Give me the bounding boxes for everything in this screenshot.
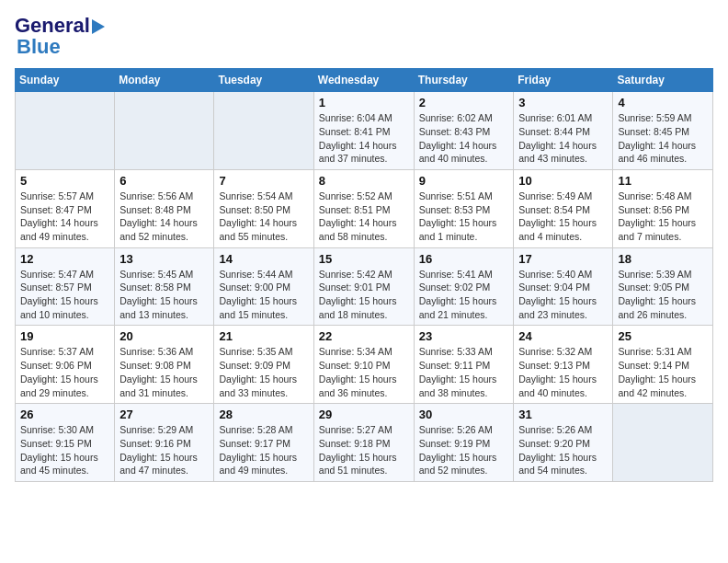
logo: General Blue	[15, 15, 105, 59]
day-number: 12	[20, 252, 109, 266]
calendar-day-cell: 15Sunrise: 5:42 AMSunset: 9:01 PMDayligh…	[313, 247, 414, 326]
day-detail: Sunrise: 5:26 AMSunset: 9:19 PMDaylight:…	[419, 423, 509, 477]
day-number: 19	[20, 329, 109, 343]
day-number: 20	[119, 329, 209, 343]
calendar-week-row: 5Sunrise: 5:57 AMSunset: 8:47 PMDaylight…	[16, 169, 713, 247]
day-number: 3	[518, 96, 608, 109]
day-detail: Sunrise: 5:40 AMSunset: 9:04 PMDaylight:…	[518, 268, 608, 322]
day-detail: Sunrise: 5:57 AMSunset: 8:47 PMDaylight:…	[20, 190, 109, 244]
day-number: 5	[20, 174, 109, 188]
calendar-day-cell: 24Sunrise: 5:32 AMSunset: 9:13 PMDayligh…	[514, 326, 613, 404]
weekday-header-saturday: Saturday	[613, 69, 713, 92]
calendar-day-cell: 10Sunrise: 5:49 AMSunset: 8:54 PMDayligh…	[514, 169, 613, 247]
day-number: 10	[518, 174, 608, 188]
day-detail: Sunrise: 5:41 AMSunset: 9:02 PMDaylight:…	[419, 268, 509, 322]
day-detail: Sunrise: 5:37 AMSunset: 9:06 PMDaylight:…	[20, 345, 109, 399]
day-number: 29	[319, 408, 409, 421]
day-number: 1	[319, 96, 409, 109]
calendar-week-row: 19Sunrise: 5:37 AMSunset: 9:06 PMDayligh…	[16, 326, 713, 404]
calendar-day-cell: 31Sunrise: 5:26 AMSunset: 9:20 PMDayligh…	[514, 404, 613, 482]
day-number: 17	[518, 252, 608, 266]
day-number: 11	[618, 174, 708, 188]
day-detail: Sunrise: 5:49 AMSunset: 8:54 PMDaylight:…	[518, 190, 608, 244]
calendar-day-cell: 26Sunrise: 5:30 AMSunset: 9:15 PMDayligh…	[16, 404, 115, 482]
calendar-day-cell: 23Sunrise: 5:33 AMSunset: 9:11 PMDayligh…	[414, 326, 514, 404]
day-number: 2	[419, 96, 509, 109]
calendar-day-cell: 19Sunrise: 5:37 AMSunset: 9:06 PMDayligh…	[16, 326, 115, 404]
calendar-day-cell: 1Sunrise: 6:04 AMSunset: 8:41 PMDaylight…	[313, 92, 414, 170]
day-detail: Sunrise: 5:28 AMSunset: 9:17 PMDaylight:…	[219, 423, 308, 477]
calendar-day-cell: 16Sunrise: 5:41 AMSunset: 9:02 PMDayligh…	[414, 247, 514, 326]
day-detail: Sunrise: 5:35 AMSunset: 9:09 PMDaylight:…	[219, 345, 308, 399]
calendar-header-row: SundayMondayTuesdayWednesdayThursdayFrid…	[16, 69, 713, 92]
calendar-day-cell: 13Sunrise: 5:45 AMSunset: 8:58 PMDayligh…	[115, 247, 214, 326]
day-number: 7	[219, 174, 308, 188]
day-number: 15	[319, 252, 409, 266]
logo-text: General	[15, 15, 105, 37]
day-detail: Sunrise: 5:29 AMSunset: 9:16 PMDaylight:…	[119, 423, 209, 477]
day-detail: Sunrise: 5:39 AMSunset: 9:05 PMDaylight:…	[618, 268, 708, 322]
day-detail: Sunrise: 5:27 AMSunset: 9:18 PMDaylight:…	[319, 423, 409, 477]
day-detail: Sunrise: 5:48 AMSunset: 8:56 PMDaylight:…	[618, 190, 708, 244]
day-number: 24	[518, 329, 608, 343]
day-number: 22	[319, 329, 409, 343]
day-number: 16	[419, 252, 509, 266]
calendar-week-row: 26Sunrise: 5:30 AMSunset: 9:15 PMDayligh…	[16, 404, 713, 482]
day-detail: Sunrise: 5:31 AMSunset: 9:14 PMDaylight:…	[618, 345, 708, 399]
day-detail: Sunrise: 5:45 AMSunset: 8:58 PMDaylight:…	[119, 268, 209, 322]
day-detail: Sunrise: 5:33 AMSunset: 9:11 PMDaylight:…	[419, 345, 509, 399]
day-detail: Sunrise: 5:56 AMSunset: 8:48 PMDaylight:…	[119, 190, 209, 244]
calendar-day-cell: 30Sunrise: 5:26 AMSunset: 9:19 PMDayligh…	[414, 404, 514, 482]
calendar-day-cell: 8Sunrise: 5:52 AMSunset: 8:51 PMDaylight…	[313, 169, 414, 247]
day-detail: Sunrise: 5:30 AMSunset: 9:15 PMDaylight:…	[20, 423, 109, 477]
day-number: 18	[618, 252, 708, 266]
day-detail: Sunrise: 5:52 AMSunset: 8:51 PMDaylight:…	[319, 190, 409, 244]
day-detail: Sunrise: 5:44 AMSunset: 9:00 PMDaylight:…	[219, 268, 308, 322]
weekday-header-wednesday: Wednesday	[313, 69, 414, 92]
day-detail: Sunrise: 6:01 AMSunset: 8:44 PMDaylight:…	[518, 111, 608, 166]
day-detail: Sunrise: 5:34 AMSunset: 9:10 PMDaylight:…	[319, 345, 409, 399]
day-number: 28	[219, 408, 308, 421]
day-detail: Sunrise: 5:42 AMSunset: 9:01 PMDaylight:…	[319, 268, 409, 322]
calendar-day-cell: 4Sunrise: 5:59 AMSunset: 8:45 PMDaylight…	[613, 92, 713, 170]
calendar-day-cell: 9Sunrise: 5:51 AMSunset: 8:53 PMDaylight…	[414, 169, 514, 247]
day-number: 27	[119, 408, 209, 421]
day-number: 21	[219, 329, 308, 343]
weekday-header-sunday: Sunday	[16, 69, 115, 92]
calendar-empty-cell	[16, 92, 115, 170]
logo-blue: Blue	[17, 35, 61, 59]
day-detail: Sunrise: 5:26 AMSunset: 9:20 PMDaylight:…	[518, 423, 608, 477]
page-header: General Blue	[15, 15, 713, 59]
day-number: 31	[518, 408, 608, 421]
day-number: 26	[20, 408, 109, 421]
calendar-day-cell: 20Sunrise: 5:36 AMSunset: 9:08 PMDayligh…	[115, 326, 214, 404]
day-number: 6	[119, 174, 209, 188]
calendar-empty-cell	[115, 92, 214, 170]
day-number: 25	[618, 329, 708, 343]
day-detail: Sunrise: 5:54 AMSunset: 8:50 PMDaylight:…	[219, 190, 308, 244]
calendar-day-cell: 2Sunrise: 6:02 AMSunset: 8:43 PMDaylight…	[414, 92, 514, 170]
day-detail: Sunrise: 5:47 AMSunset: 8:57 PMDaylight:…	[20, 268, 109, 322]
calendar: SundayMondayTuesdayWednesdayThursdayFrid…	[15, 68, 713, 482]
calendar-day-cell: 28Sunrise: 5:28 AMSunset: 9:17 PMDayligh…	[214, 404, 313, 482]
day-number: 9	[419, 174, 509, 188]
calendar-day-cell: 5Sunrise: 5:57 AMSunset: 8:47 PMDaylight…	[16, 169, 115, 247]
day-detail: Sunrise: 5:36 AMSunset: 9:08 PMDaylight:…	[119, 345, 209, 399]
weekday-header-thursday: Thursday	[414, 69, 514, 92]
calendar-day-cell: 11Sunrise: 5:48 AMSunset: 8:56 PMDayligh…	[613, 169, 713, 247]
calendar-day-cell: 29Sunrise: 5:27 AMSunset: 9:18 PMDayligh…	[313, 404, 414, 482]
day-detail: Sunrise: 5:59 AMSunset: 8:45 PMDaylight:…	[618, 111, 708, 166]
calendar-day-cell: 18Sunrise: 5:39 AMSunset: 9:05 PMDayligh…	[613, 247, 713, 326]
day-number: 23	[419, 329, 509, 343]
calendar-day-cell: 27Sunrise: 5:29 AMSunset: 9:16 PMDayligh…	[115, 404, 214, 482]
day-number: 14	[219, 252, 308, 266]
day-detail: Sunrise: 6:04 AMSunset: 8:41 PMDaylight:…	[319, 111, 409, 166]
day-detail: Sunrise: 5:51 AMSunset: 8:53 PMDaylight:…	[419, 190, 509, 244]
calendar-day-cell: 12Sunrise: 5:47 AMSunset: 8:57 PMDayligh…	[16, 247, 115, 326]
calendar-empty-cell	[214, 92, 313, 170]
day-number: 30	[419, 408, 509, 421]
day-number: 13	[119, 252, 209, 266]
weekday-header-tuesday: Tuesday	[214, 69, 313, 92]
calendar-day-cell: 3Sunrise: 6:01 AMSunset: 8:44 PMDaylight…	[514, 92, 613, 170]
calendar-day-cell: 6Sunrise: 5:56 AMSunset: 8:48 PMDaylight…	[115, 169, 214, 247]
